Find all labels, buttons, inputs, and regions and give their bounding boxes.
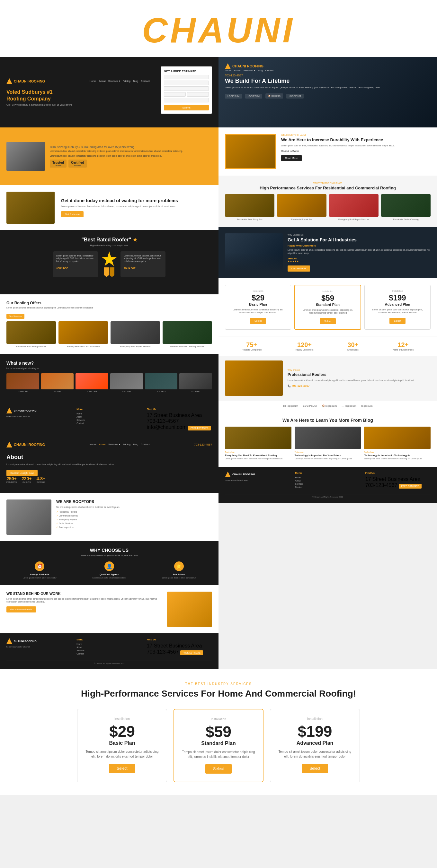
right-nav-links[interactable]: home About Services ▾ Blog Contact	[225, 69, 431, 72]
offer-3-label: Emergency Roof Repair Services	[111, 345, 160, 348]
material-grid: # ASFLRE # 43534 # ABCDE3 # 432GH # JL28…	[6, 373, 212, 397]
rooftops-section: WE ARE ROOFTOPS We are roofing experts w…	[0, 493, 218, 541]
advanced-select-btn[interactable]: Select	[389, 318, 406, 324]
form-time-input[interactable]	[187, 92, 209, 97]
footer-right-logo-text: CHAUNI ROOFING	[232, 473, 255, 476]
blog-1-img	[225, 427, 291, 449]
our-services-btn[interactable]: Our Services	[6, 314, 24, 319]
footer-about-estimate-btn[interactable]: FREE ESTIMATE	[180, 650, 203, 655]
form-service-input[interactable]	[164, 98, 209, 102]
welcome-read-more-btn[interactable]: Read More	[281, 155, 302, 161]
footer-right-about[interactable]: About	[295, 479, 360, 482]
footer-about-about[interactable]: About	[77, 646, 142, 648]
blog-1-excerpt: Lorem ipsum dolor sit amet consectetur a…	[225, 458, 291, 460]
about-nav-contact[interactable]: Contact	[141, 443, 150, 446]
standard-select-btn[interactable]: Select	[320, 318, 336, 324]
right-nav-contact[interactable]: Contact	[265, 69, 274, 72]
blog-grid: Technology Everything You Need To Know A…	[225, 427, 431, 460]
feature-3-title: Fair Prices	[146, 573, 212, 576]
right-nav-services[interactable]: Services ▾	[243, 69, 255, 72]
nav-about[interactable]: About	[99, 80, 106, 83]
about-nav-home[interactable]: Home	[89, 443, 96, 446]
pro-headline: Professional Roofers	[288, 372, 414, 377]
about-nav-pricing[interactable]: Pricing	[123, 443, 130, 446]
right-hero-headline: We Build For A Lifetime	[225, 78, 431, 85]
stand-text: WE STAND BEHIND OUR WORK Lorem ipsum dol…	[6, 592, 162, 627]
right-nav-home[interactable]: home	[225, 69, 231, 72]
footer-menu-home[interactable]: Home	[77, 412, 142, 415]
about-nav-blog[interactable]: Blog	[133, 443, 138, 446]
footer-right-address: 17 Street Business Area	[365, 476, 420, 482]
bottom-basic-text: Tempo sit amet ipsum dolor consectetur a…	[84, 749, 161, 759]
material-3: # ABCDE3	[76, 373, 108, 397]
bottom-standard-price: $59	[181, 723, 256, 741]
partner-logos-section: ■■ logipsum LOGIPSUM 🏠 logipsum — logips…	[218, 401, 437, 411]
service-3-img	[329, 194, 379, 217]
blog-3-excerpt: Lorem ipsum dolor sit amet consectetur a…	[364, 458, 431, 460]
bottom-basic-name: Basic Plan	[84, 740, 161, 746]
form-email-input[interactable]	[164, 81, 209, 85]
footer-estimate-btn[interactable]: FREE ESTIMATE	[188, 426, 211, 431]
nav-blog[interactable]: Blog	[133, 80, 138, 83]
right-nav-pricing[interactable]: Blog	[258, 69, 263, 72]
nav-pricing[interactable]: Pricing	[123, 80, 130, 83]
about-headline: About	[6, 454, 212, 461]
get-estimate-btn[interactable]: Get Estimate	[61, 211, 84, 217]
basic-select-btn[interactable]: Select	[250, 318, 266, 324]
bottom-standard-card: Installation $59 Standard Plan Tempo sit…	[174, 709, 263, 782]
footer-right-contact[interactable]: Contact	[295, 486, 360, 488]
solution-btn[interactable]: Our Services	[288, 266, 310, 272]
nav-services[interactable]: Services ▾	[108, 80, 120, 83]
footer-about-contact[interactable]: Contact	[77, 653, 142, 655]
form-phone-input[interactable]	[164, 86, 209, 91]
bottom-advanced-select-btn[interactable]: Select	[302, 764, 328, 773]
blog-2-img	[295, 427, 361, 449]
pro-text: Why choose Professional Roofers Lorem ip…	[288, 369, 414, 388]
about-nav-links[interactable]: Home About Services ▾ Pricing Blog Conta…	[89, 443, 149, 446]
footer-menu-services[interactable]: Services	[77, 419, 142, 421]
bottom-advanced-card: Installation $199 Advanced Plan Tempo si…	[270, 709, 360, 782]
nav-links[interactable]: Home About Services ▾ Pricing Blog Conta…	[89, 80, 149, 83]
footer-menu-contact[interactable]: Contact	[77, 422, 142, 424]
nav-contact[interactable]: Contact	[141, 80, 150, 83]
about-contact-btn[interactable]: Contact us right now	[6, 470, 37, 476]
right-logo: CHAUNI ROOFING	[232, 64, 263, 68]
pro-roofers-section: Why choose Professional Roofers Lorem ip…	[218, 356, 437, 401]
stand-cta-btn[interactable]: Get a free estimate	[6, 607, 36, 613]
footer-menu-about[interactable]: About	[77, 416, 142, 418]
rooftops-item-1: Residential Roofing	[56, 510, 120, 514]
rooftops-list: Residential Roofing Commercial Roofing E…	[56, 510, 120, 529]
welcome-image	[225, 134, 276, 169]
form-name-input[interactable]	[164, 75, 209, 79]
footer-right-estimate-btn[interactable]: FREE ESTIMATE	[399, 484, 421, 489]
hero-headline-line2: Roofing Company	[6, 96, 51, 101]
stat-employees-label: Employees	[347, 349, 358, 351]
about-nav-about[interactable]: About	[99, 443, 106, 446]
material-2-label: # 43534	[41, 390, 74, 393]
welcome-author: Robert Williams	[281, 150, 395, 153]
material-1-label: # ASFLRE	[6, 390, 39, 393]
footer-find-us-title: Find Us	[147, 408, 212, 410]
form-title: GET A FREE ESTIMATE	[164, 70, 209, 73]
right-nav-about[interactable]: About	[234, 69, 241, 72]
footer-about-home[interactable]: Home	[77, 643, 142, 645]
site-title: CHAUNI	[0, 10, 437, 51]
footer-email: info@chauni.com	[147, 424, 187, 430]
left-column: CHAUNI ROOFING Home About Services ▾ Pri…	[0, 57, 218, 669]
bottom-standard-select-btn[interactable]: Select	[205, 764, 231, 774]
solution-body: Lorem ipsum, dolor sit amet, consectetur…	[288, 248, 431, 254]
material-2-img	[41, 373, 74, 390]
left-hero-section: CHAUNI ROOFING Home About Services ▾ Pri…	[0, 57, 218, 127]
bottom-basic-select-btn[interactable]: Select	[109, 764, 135, 773]
about-nav-services[interactable]: Services ▾	[108, 443, 120, 446]
nav-home[interactable]: Home	[89, 80, 96, 83]
footer-right-services[interactable]: Services	[295, 483, 360, 485]
form-submit-btn[interactable]: Submit	[164, 105, 209, 111]
form-date-input[interactable]	[164, 92, 186, 97]
rooftops-image	[6, 499, 51, 535]
right-hero-section: CHAUNI ROOFING home About Services ▾ Blo…	[218, 57, 437, 127]
footer-about-services[interactable]: Services	[77, 649, 142, 652]
bottom-advanced-price: $199	[276, 722, 353, 740]
footer-about-copyright: © Chauni. All Rights Reserved 2021	[6, 661, 212, 664]
footer-right-home[interactable]: Home	[295, 476, 360, 478]
